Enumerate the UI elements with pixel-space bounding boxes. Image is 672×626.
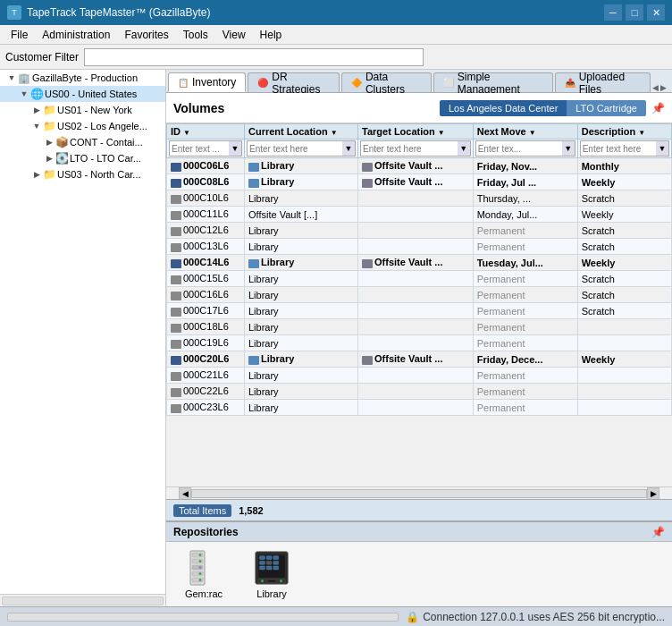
filter-nextmove-input[interactable] bbox=[476, 144, 562, 154]
col-header-desc[interactable]: Description ▼ bbox=[577, 124, 671, 140]
filter-id-btn[interactable]: ▼ bbox=[229, 141, 241, 156]
cell-next-move: Permanent bbox=[473, 271, 577, 287]
tab-data-clusters[interactable]: 🔶 Data Clusters bbox=[341, 72, 432, 92]
left-scrollbar[interactable] bbox=[0, 594, 165, 606]
tape-icon bbox=[171, 292, 181, 300]
repo-gemtrac[interactable]: Gem:rac bbox=[177, 549, 231, 599]
menu-tools[interactable]: Tools bbox=[176, 27, 215, 43]
filter-current-input[interactable] bbox=[248, 144, 342, 154]
table-row[interactable]: 000C17L6LibraryPermanentScratch bbox=[167, 303, 672, 319]
menu-view[interactable]: View bbox=[215, 27, 253, 43]
filter-desc-btn[interactable]: ▼ bbox=[656, 141, 668, 156]
filter-target-btn[interactable]: ▼ bbox=[458, 141, 470, 156]
tree-node-cont[interactable]: ▶ 📦 CONT - Contai... bbox=[0, 134, 165, 150]
filter-desc[interactable]: ▼ bbox=[580, 140, 669, 156]
table-row[interactable]: 000C10L6LibraryThursday, ...Scratch bbox=[167, 190, 672, 207]
tree-node-us03[interactable]: ▶ 📁 US03 - North Car... bbox=[0, 166, 165, 182]
scrollbar-track[interactable] bbox=[191, 489, 647, 498]
col-header-id[interactable]: ID ▼ bbox=[167, 124, 245, 140]
table-row[interactable]: 000C12L6LibraryPermanentScratch bbox=[167, 223, 672, 239]
tree-node-us02[interactable]: ▼ 📁 US02 - Los Angele... bbox=[0, 118, 165, 134]
close-button[interactable]: ✕ bbox=[647, 4, 665, 21]
table-row[interactable]: 000C15L6LibraryPermanentScratch bbox=[167, 271, 672, 287]
expander-cont[interactable]: ▶ bbox=[43, 136, 55, 148]
table-row[interactable]: 000C22L6LibraryPermanent bbox=[167, 384, 672, 400]
table-row[interactable]: 000C13L6LibraryPermanentScratch bbox=[167, 239, 672, 255]
status-bar: Total Items 1,582 bbox=[166, 499, 672, 520]
minimize-button[interactable]: ─ bbox=[604, 4, 622, 21]
repos-pin-icon[interactable]: 📌 bbox=[651, 526, 665, 538]
table-row[interactable]: 000C20L6LibraryOffsite Vault ...Friday, … bbox=[167, 351, 672, 368]
cell-current-location: Library bbox=[245, 190, 358, 207]
tree-node-us01[interactable]: ▶ 📁 US01 - New York bbox=[0, 102, 165, 118]
location-badge: Los Angeles Data Center bbox=[440, 100, 567, 116]
menu-favorites[interactable]: Favorites bbox=[117, 27, 175, 43]
scroll-right-btn[interactable]: ▶ bbox=[647, 487, 659, 500]
left-scrollbar-track[interactable] bbox=[2, 596, 164, 605]
expander-us01[interactable]: ▶ bbox=[30, 104, 43, 116]
table-row[interactable]: 000C18L6LibraryPermanent bbox=[167, 319, 672, 335]
filter-current[interactable]: ▼ bbox=[247, 140, 356, 156]
cell-next-move: Thursday, ... bbox=[473, 190, 577, 207]
expander-root[interactable]: ▼ bbox=[5, 72, 18, 84]
tab-uploaded-files[interactable]: 📤 Uploaded Files bbox=[555, 72, 651, 92]
tab-simple-management[interactable]: ⬜ Simple Management bbox=[433, 72, 553, 92]
table-row[interactable]: 000C21L6LibraryPermanent bbox=[167, 368, 672, 384]
expander-us00[interactable]: ▼ bbox=[18, 88, 30, 100]
tab-dr-strategies[interactable]: 🔴 DR Strategies bbox=[248, 72, 340, 92]
expander-us02[interactable]: ▼ bbox=[30, 120, 43, 132]
tabs-scroll-left[interactable]: ◀ bbox=[652, 83, 659, 92]
filter-id[interactable]: ▼ bbox=[169, 140, 242, 156]
expander-lto[interactable]: ▶ bbox=[43, 152, 55, 165]
cell-description: Weekly bbox=[577, 174, 671, 190]
filter-id-input[interactable] bbox=[170, 144, 229, 154]
tree-node-us00[interactable]: ▼ 🌐 US00 - United States bbox=[0, 86, 165, 102]
cell-current-location: Offsite Vault [...] bbox=[245, 207, 358, 223]
table-row[interactable]: 000C11L6Offsite Vault [...]Monday, Jul..… bbox=[167, 207, 672, 223]
tree-label-us00: US00 - United States bbox=[45, 89, 137, 99]
filter-nextmove[interactable]: ▼ bbox=[475, 140, 575, 156]
tab-inventory[interactable]: 📋 Inventory bbox=[168, 72, 246, 92]
maximize-button[interactable]: □ bbox=[626, 4, 643, 21]
table-scroll-area[interactable]: ID ▼ Current Location ▼ Target Location … bbox=[166, 123, 672, 486]
menu-help[interactable]: Help bbox=[253, 27, 290, 43]
scroll-left-btn[interactable]: ◀ bbox=[179, 487, 191, 500]
svg-point-6 bbox=[199, 554, 202, 556]
cell-current-location: Library bbox=[245, 351, 358, 368]
tree-label-lto: LTO - LTO Car... bbox=[70, 153, 141, 164]
table-row[interactable]: 000C19L6LibraryPermanent bbox=[167, 335, 672, 351]
cell-target-location: Offsite Vault ... bbox=[358, 174, 474, 190]
horizontal-scrollbar[interactable]: ◀ ▶ bbox=[166, 486, 672, 499]
table-row[interactable]: 000C16L6LibraryPermanentScratch bbox=[167, 287, 672, 303]
menu-file[interactable]: File bbox=[4, 27, 35, 43]
cell-target-location: Offsite Vault ... bbox=[358, 158, 474, 174]
cell-current-location: Library bbox=[245, 271, 358, 287]
menu-administration[interactable]: Administration bbox=[35, 27, 117, 43]
tree-node-root[interactable]: ▼ 🏢 GazillaByte - Production bbox=[0, 70, 165, 86]
repos-header: Repositories 📌 bbox=[166, 522, 672, 542]
inventory-icon: 📋 bbox=[178, 78, 189, 88]
filter-target[interactable]: ▼ bbox=[360, 140, 471, 156]
col-header-target[interactable]: Target Location ▼ bbox=[358, 124, 474, 140]
cell-target-location bbox=[358, 223, 474, 239]
tabs-scroll-right[interactable]: ▶ bbox=[660, 83, 667, 92]
customer-filter-input[interactable] bbox=[84, 48, 424, 66]
table-row[interactable]: 000C14L6LibraryOffsite Vault ...Tuesday,… bbox=[167, 255, 672, 271]
filter-target-input[interactable] bbox=[361, 144, 458, 154]
col-header-current[interactable]: Current Location ▼ bbox=[245, 124, 358, 140]
repo-library[interactable]: Library bbox=[245, 549, 298, 599]
filter-nextmove-btn[interactable]: ▼ bbox=[562, 141, 575, 156]
table-row[interactable]: 000C06L6LibraryOffsite Vault ...Friday, … bbox=[167, 158, 672, 174]
cell-id: 000C11L6 bbox=[167, 207, 245, 223]
expander-us03[interactable]: ▶ bbox=[30, 168, 43, 181]
tree-node-lto[interactable]: ▶ 💽 LTO - LTO Car... bbox=[0, 150, 165, 166]
filter-current-btn[interactable]: ▼ bbox=[342, 141, 355, 156]
col-header-nextmove[interactable]: Next Move ▼ bbox=[473, 124, 577, 140]
pin-icon[interactable]: 📌 bbox=[651, 102, 665, 114]
filter-desc-input[interactable] bbox=[581, 144, 656, 154]
table-row[interactable]: 000C23L6LibraryPermanent bbox=[167, 400, 672, 416]
table-row[interactable]: 000C08L6LibraryOffsite Vault ...Friday, … bbox=[167, 174, 672, 190]
bottom-scrollbar-track[interactable] bbox=[7, 613, 399, 622]
cell-next-move: Permanent bbox=[473, 303, 577, 319]
cell-description bbox=[577, 368, 671, 384]
